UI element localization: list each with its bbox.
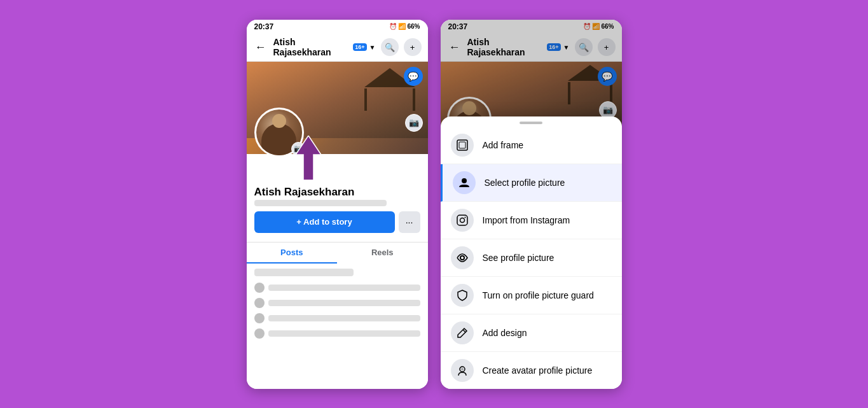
nav-title-1: Atish Rajasekharan 16+ ▼ [273, 37, 376, 57]
cover-area-1: 💬 📷 📷 [247, 62, 428, 154]
sheet-item-select-profile[interactable]: Select profile picture [441, 164, 622, 202]
bottom-sheet-2: Add frame Select profile picture [441, 116, 622, 389]
sheet-item-add-design[interactable]: Add design [441, 314, 622, 352]
add-button-1[interactable]: + [404, 38, 422, 56]
svg-marker-0 [296, 136, 321, 180]
sheet-icon-turn-on-guard [451, 284, 474, 307]
sheet-item-turn-on-guard[interactable]: Turn on profile picture guard [441, 277, 622, 314]
post-title-bar-1 [254, 269, 354, 276]
dropdown-icon-1: ▼ [369, 44, 376, 51]
tab-reels-1[interactable]: Reels [337, 243, 428, 264]
post-item-3 [254, 313, 420, 323]
phone-2: 20:37 ⏰ 📶 66% ← Atish Rajasekharan 16+ ▼… [441, 20, 622, 389]
sheet-icon-see-profile [451, 246, 474, 269]
design-icon [456, 327, 469, 339]
shield-icon [456, 289, 469, 302]
post-icon-2 [254, 298, 265, 308]
sheet-item-add-frame[interactable]: Add frame [441, 127, 622, 164]
sheet-item-see-profile[interactable]: See profile picture [441, 239, 622, 277]
sheet-icon-create-avatar [451, 359, 474, 382]
post-icon-1 [254, 283, 265, 293]
eye-icon [456, 251, 469, 264]
status-icons-1: ⏰ 📶 66% [389, 23, 420, 30]
avatar-icon [456, 364, 469, 377]
sheet-icon-select-profile [453, 171, 476, 194]
time-1: 20:37 [254, 22, 274, 31]
person-head-1 [272, 114, 286, 128]
post-text-2 [268, 300, 420, 306]
sheet-label-turn-on-guard: Turn on profile picture guard [483, 290, 594, 300]
svg-line-9 [463, 330, 465, 332]
svg-point-11 [461, 368, 464, 370]
sheet-label-create-avatar: Create avatar profile picture [483, 365, 593, 376]
sheet-handle-2 [520, 122, 542, 124]
cover-camera-btn-1[interactable]: 📷 [405, 114, 423, 132]
sheet-icon-import-instagram [451, 209, 474, 232]
post-text-4 [268, 330, 420, 337]
frame-icon [456, 139, 469, 151]
arrow-annotation-1 [289, 136, 327, 183]
arrow-svg-1 [289, 136, 327, 180]
add-story-button-1[interactable]: + Add to story [254, 211, 395, 233]
sheet-icon-add-design [451, 321, 474, 344]
instagram-icon [456, 214, 469, 227]
post-icon-3 [254, 313, 265, 323]
sheet-label-select-profile: Select profile picture [485, 178, 565, 188]
sheet-label-add-design: Add design [483, 328, 527, 338]
gazebo-posts-1 [364, 88, 415, 111]
svg-point-8 [461, 257, 464, 259]
signal-icon-1: 📶 [398, 23, 406, 30]
search-button-1[interactable]: 🔍 [381, 38, 399, 56]
battery-icon-1: ⏰ [389, 23, 397, 30]
profile-pic-wrapper-1: 📷 [254, 108, 304, 157]
post-text-3 [268, 315, 420, 321]
svg-rect-1 [457, 140, 467, 150]
svg-point-5 [460, 218, 464, 222]
profile-info-1: Atish Rajasekharan + Add to story ··· [247, 179, 428, 242]
status-bar-1: 20:37 ⏰ 📶 66% [247, 20, 428, 34]
post-item-1 [254, 283, 420, 293]
post-item-4 [254, 328, 420, 339]
battery-pct-1: 66% [407, 23, 420, 30]
back-button-1[interactable]: ← [253, 41, 268, 54]
profile-sub-1 [254, 200, 387, 206]
sheet-item-import-instagram[interactable]: Import from Instagram [441, 202, 622, 239]
profile-name-1: Atish Rajasekharan [254, 186, 420, 199]
more-button-1[interactable]: ··· [399, 211, 420, 233]
post-text-1 [268, 285, 420, 291]
sheet-item-create-avatar[interactable]: Create avatar profile picture [441, 352, 622, 389]
svg-rect-4 [457, 215, 467, 225]
svg-rect-2 [459, 142, 465, 148]
sheet-icon-add-frame [451, 134, 474, 157]
nav-icons-1: 🔍 + [381, 38, 422, 56]
action-row-1: + Add to story ··· [254, 211, 420, 233]
posts-list-1 [247, 264, 428, 389]
nav-badge-1: 16+ [353, 43, 366, 51]
gazebo-post-right [413, 88, 415, 111]
post-icon-4 [254, 328, 265, 339]
sheet-label-see-profile: See profile picture [483, 253, 555, 263]
gazebo-post-left [364, 88, 367, 111]
messenger-icon-1[interactable]: 💬 [404, 67, 423, 86]
nav-title-text-1: Atish Rajasekharan [273, 37, 351, 57]
top-nav-1: ← Atish Rajasekharan 16+ ▼ 🔍 + [247, 34, 428, 62]
svg-point-6 [464, 216, 465, 218]
post-item-2 [254, 298, 420, 308]
sheet-label-add-frame: Add frame [483, 140, 524, 150]
sheet-label-import-instagram: Import from Instagram [483, 215, 570, 225]
phone-1: 20:37 ⏰ 📶 66% ← Atish Rajasekharan 16+ ▼… [247, 20, 428, 389]
tabs-row-1: Posts Reels [247, 242, 428, 264]
tab-posts-1[interactable]: Posts [247, 243, 338, 264]
profile-icon [458, 176, 471, 189]
svg-point-3 [462, 178, 467, 183]
